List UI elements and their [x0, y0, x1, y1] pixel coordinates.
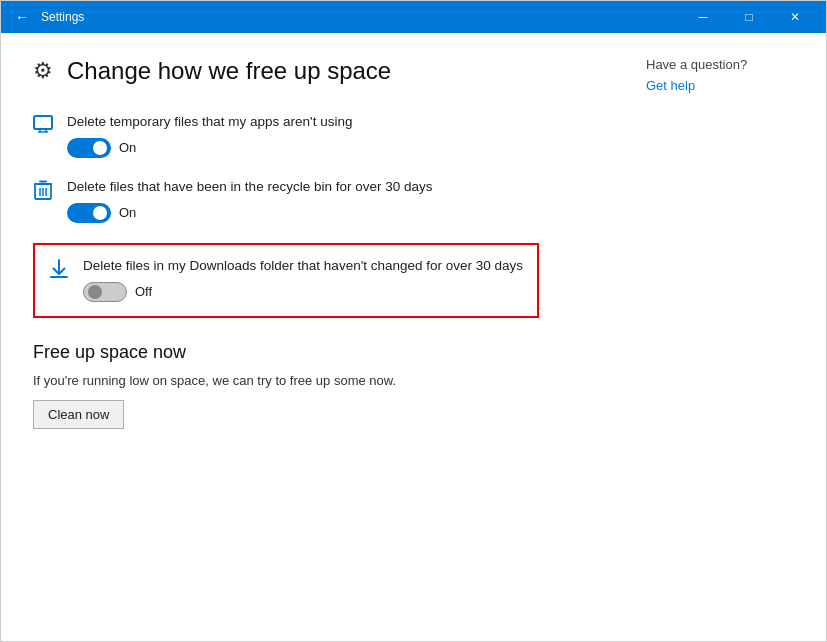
setting-content-recycle-bin: Delete files that have been in the recyc… — [67, 178, 432, 223]
sidebar: Have a question? Get help — [626, 33, 826, 641]
downloads-toggle-track[interactable] — [83, 282, 127, 302]
settings-gear-icon: ⚙ — [33, 58, 53, 84]
monitor-icon — [33, 115, 53, 133]
get-help-link[interactable]: Get help — [646, 78, 695, 93]
free-up-section-title: Free up space now — [33, 342, 594, 363]
recycle-bin-label: Delete files that have been in the recyc… — [67, 178, 432, 197]
temp-files-toggle-track[interactable] — [67, 138, 111, 158]
free-up-description: If you're running low on space, we can t… — [33, 373, 594, 388]
recycle-bin-toggle-track[interactable] — [67, 203, 111, 223]
settings-window: ← Settings ─ □ ✕ ⚙ Change how we free up… — [0, 0, 827, 642]
title-bar-left: ← Settings — [11, 6, 84, 28]
page-title: Change how we free up space — [67, 57, 391, 85]
temp-files-toggle-thumb — [93, 141, 107, 155]
setting-content-downloads: Delete files in my Downloads folder that… — [83, 257, 523, 302]
main-panel: ⚙ Change how we free up space Delete tem… — [1, 33, 626, 641]
temp-files-label: Delete temporary files that my apps aren… — [67, 113, 352, 132]
download-icon — [49, 259, 69, 279]
temp-files-toggle-label: On — [119, 140, 136, 155]
title-bar: ← Settings ─ □ ✕ — [1, 1, 826, 33]
trash-icon — [33, 180, 53, 200]
minimize-button[interactable]: ─ — [680, 1, 726, 33]
downloads-toggle-thumb — [88, 285, 102, 299]
page-header: ⚙ Change how we free up space — [33, 57, 594, 85]
back-button[interactable]: ← — [11, 6, 33, 28]
recycle-bin-toggle-label: On — [119, 205, 136, 220]
window-title: Settings — [41, 10, 84, 24]
setting-content-temp-files: Delete temporary files that my apps aren… — [67, 113, 352, 158]
temp-files-toggle[interactable]: On — [67, 138, 352, 158]
close-button[interactable]: ✕ — [772, 1, 818, 33]
window-controls: ─ □ ✕ — [680, 1, 818, 33]
recycle-bin-toggle[interactable]: On — [67, 203, 432, 223]
svg-rect-0 — [34, 116, 52, 129]
setting-row-recycle-bin: Delete files that have been in the recyc… — [33, 178, 594, 223]
recycle-bin-toggle-thumb — [93, 206, 107, 220]
downloads-toggle-label: Off — [135, 284, 152, 299]
maximize-button[interactable]: □ — [726, 1, 772, 33]
downloads-label: Delete files in my Downloads folder that… — [83, 257, 523, 276]
clean-now-button[interactable]: Clean now — [33, 400, 124, 429]
sidebar-question: Have a question? — [646, 57, 806, 72]
content-area: ⚙ Change how we free up space Delete tem… — [1, 33, 826, 641]
highlighted-downloads-section: Delete files in my Downloads folder that… — [33, 243, 539, 318]
setting-row-temp-files: Delete temporary files that my apps aren… — [33, 113, 594, 158]
downloads-toggle[interactable]: Off — [83, 282, 523, 302]
